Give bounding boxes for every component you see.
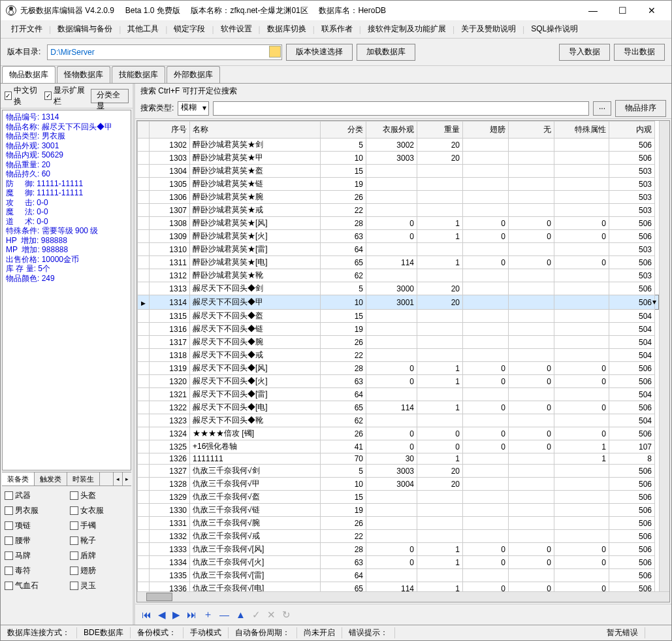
table-row[interactable]: 1332仇敌三千奈我何√戒22506 [138, 530, 659, 543]
nav-button[interactable]: ✕ [267, 609, 276, 621]
filter-checkbox[interactable]: 腰带 [5, 535, 63, 546]
table-row[interactable]: 1308醉卧沙城君莫笑★[风]2801000506 [138, 217, 659, 230]
table-row[interactable]: 1325+16强化卷轴4100001107 [138, 440, 659, 453]
table-row[interactable]: 1302醉卧沙城君莫笑★剑5300220506 [138, 139, 659, 152]
column-header[interactable]: 分类 [321, 122, 366, 139]
filter-checkbox[interactable]: 毒符 [5, 565, 63, 576]
nav-button[interactable]: — [219, 609, 229, 620]
nav-button[interactable]: ⏮ [142, 609, 152, 620]
column-header[interactable]: 内观 [609, 122, 655, 139]
folder-browse-icon[interactable] [269, 46, 281, 58]
table-row[interactable]: ▶1314赧尽天下不回头◆甲10300120506 [138, 295, 659, 310]
table-row[interactable]: 1311醉卧沙城君莫笑★[电]651141000506 [138, 256, 659, 269]
path-input[interactable] [47, 44, 282, 60]
menu-item[interactable]: 其他工具 [122, 21, 164, 37]
filter-checkbox[interactable]: 男衣服 [5, 505, 63, 516]
table-row[interactable]: 1319赧尽天下不回头◆[风]2801000506 [138, 362, 659, 375]
search-go-button[interactable]: ... [593, 101, 611, 116]
minimize-button[interactable]: — [579, 1, 607, 20]
chinese-toggle[interactable]: ✓中文切换 [5, 85, 39, 107]
filter-checkbox[interactable]: 女衣服 [70, 505, 129, 516]
filter-tab[interactable]: 时装生 [67, 472, 100, 485]
table-row[interactable]: 1318赧尽天下不回头◆戒22504 [138, 349, 659, 362]
close-button[interactable]: ✕ [637, 1, 666, 20]
menu-item[interactable]: 数据库切换 [262, 21, 312, 37]
show-all-button[interactable]: 分类全显 [91, 89, 129, 103]
filter-checkbox[interactable]: 靴子 [70, 535, 129, 546]
table-row[interactable]: 1331仇敌三千奈我何√腕26506 [138, 517, 659, 530]
quick-select-button[interactable]: 版本快速选择 [286, 44, 353, 61]
filter-checkbox[interactable]: 武器 [5, 490, 63, 501]
maximize-button[interactable]: ☐ [608, 1, 637, 20]
table-row[interactable]: 1320赧尽天下不回头◆[火]6301000506 [138, 375, 659, 388]
data-grid[interactable]: 序号名称分类衣服外观重量翅膀无特殊属性内观 1302醉卧沙城君莫笑★剑53002… [137, 121, 659, 591]
table-row[interactable]: 1306醉卧沙城君莫笑★腕26503 [138, 191, 659, 204]
column-header[interactable]: 序号 [150, 122, 190, 139]
table-row[interactable]: 1313赧尽天下不回头◆剑5300020506 [138, 282, 659, 295]
horizontal-scrollbar[interactable] [137, 591, 669, 602]
menu-item[interactable]: 软件设置 [216, 21, 257, 37]
load-db-button[interactable]: 加载数据库 [357, 44, 415, 61]
column-header[interactable]: 衣服外观 [366, 122, 417, 139]
table-row[interactable]: 1335仇敌三千奈我何√[雷]64506 [138, 569, 659, 582]
table-row[interactable]: 1323赧尽天下不回头◆靴62504 [138, 414, 659, 427]
table-row[interactable]: 1309醉卧沙城君莫笑★[火]6301000506 [138, 230, 659, 243]
table-row[interactable]: 1316赧尽天下不回头◆链19504 [138, 323, 659, 336]
nav-button[interactable]: ◀ [158, 609, 166, 621]
table-row[interactable]: 1324★★★★倍攻 [镯]2600000506 [138, 427, 659, 440]
table-row[interactable]: 1330仇敌三千奈我何√链19506 [138, 504, 659, 517]
search-input[interactable] [213, 101, 589, 116]
menu-item[interactable]: 锁定字段 [168, 21, 210, 37]
filter-checkbox[interactable]: 马牌 [5, 550, 63, 561]
nav-button[interactable]: ＋ [203, 608, 213, 621]
expand-toggle[interactable]: ✓显示扩展栏 [44, 85, 86, 107]
table-row[interactable]: 1327仇敌三千奈我何√剑5300320506 [138, 465, 659, 478]
table-row[interactable]: 1305醉卧沙城君莫笑★链19503 [138, 178, 659, 191]
menu-item[interactable]: 关于及赞助说明 [456, 21, 521, 37]
filter-checkbox[interactable]: 盾牌 [70, 550, 129, 561]
menu-item[interactable]: 接软件定制及功能扩展 [362, 21, 451, 37]
menu-item[interactable]: 打开文件 [6, 21, 48, 37]
nav-button[interactable]: ↻ [282, 609, 291, 621]
table-row[interactable]: 1328仇敌三千奈我何√甲10300420506 [138, 478, 659, 491]
filter-tab[interactable]: 触发类 [35, 472, 67, 485]
filter-checkbox[interactable]: 气血石 [5, 580, 63, 591]
column-header[interactable] [138, 122, 150, 139]
table-row[interactable]: 1317赧尽天下不回头◆腕26504 [138, 336, 659, 349]
table-row[interactable]: 1321赧尽天下不回头◆[雷]64504 [138, 388, 659, 401]
nav-button[interactable]: ▶ [172, 609, 180, 621]
column-header[interactable]: 无 [509, 122, 554, 139]
sort-button[interactable]: 物品排序 [615, 100, 666, 117]
menu-item[interactable]: 联系作者 [316, 21, 358, 37]
table-row[interactable]: 1315赧尽天下不回头◆盔15504 [138, 310, 659, 323]
table-row[interactable]: 1312醉卧沙城君莫笑★靴62503 [138, 269, 659, 282]
import-button[interactable]: 导入数据 [559, 44, 610, 61]
filter-checkbox[interactable]: 翅膀 [70, 565, 129, 576]
menu-item[interactable]: SQL操作说明 [526, 21, 583, 37]
filter-checkbox[interactable]: 手镯 [70, 520, 129, 531]
vertical-scrollbar[interactable] [659, 121, 669, 591]
filter-tab[interactable]: 装备类 [2, 472, 35, 485]
menu-item[interactable]: 数据编辑与备份 [52, 21, 118, 37]
nav-button[interactable]: ▲ [236, 609, 246, 620]
table-row[interactable]: 1334仇敌三千奈我何√[火]6301000506 [138, 556, 659, 569]
table-row[interactable]: 1304醉卧沙城君莫笑★盔15503 [138, 165, 659, 178]
table-row[interactable]: 1333仇敌三千奈我何√[风]2801000506 [138, 543, 659, 556]
table-row[interactable]: 1329仇敌三千奈我何√盔15506 [138, 491, 659, 504]
filter-checkbox[interactable]: 灵玉 [70, 580, 129, 591]
table-row[interactable]: 1303醉卧沙城君莫笑★甲10300320506 [138, 152, 659, 165]
db-tab[interactable]: 技能数据库 [112, 66, 165, 83]
tab-scroll-icon[interactable]: ◂ [113, 472, 122, 485]
column-header[interactable]: 重量 [417, 122, 463, 139]
column-header[interactable]: 名称 [190, 122, 321, 139]
nav-button[interactable]: ✓ [252, 609, 261, 621]
table-row[interactable]: 1310醉卧沙城君莫笑★[雷]64503 [138, 243, 659, 256]
db-tab[interactable]: 怪物数据库 [57, 66, 110, 83]
nav-button[interactable]: ⏭ [187, 609, 197, 620]
table-row[interactable]: 1307醉卧沙城君莫笑★戒22503 [138, 204, 659, 217]
table-row[interactable]: 1322赧尽天下不回头◆[电]651141000506 [138, 401, 659, 414]
filter-checkbox[interactable]: 项链 [5, 520, 63, 531]
db-tab[interactable]: 外部数据库 [167, 66, 220, 83]
column-header[interactable]: 特殊属性 [554, 122, 609, 139]
tab-scroll-icon[interactable]: ▸ [122, 472, 131, 485]
